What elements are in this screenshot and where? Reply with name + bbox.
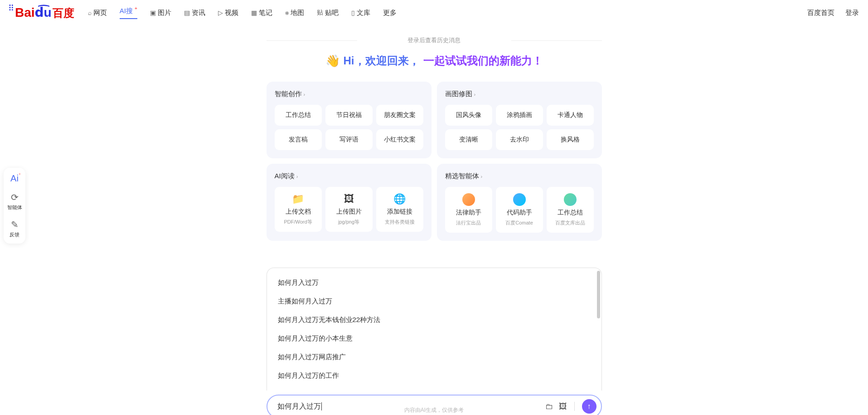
divider	[574, 402, 575, 411]
upload-doc[interactable]: 📁 上传文档 PDF/Word等	[275, 187, 322, 232]
chip-avatar[interactable]: 国风头像	[445, 105, 492, 126]
top-nav: ⌕网页 AI搜+ ▣图片 ▤资讯 ▷视频 ▦笔记 ⎈地图 贴贴吧 ▯文库 更多	[88, 7, 807, 19]
avatar-icon	[513, 193, 526, 206]
ai-icon: Ai	[10, 173, 19, 184]
avatar-icon	[462, 193, 475, 206]
nav-notes[interactable]: ▦笔记	[251, 9, 272, 17]
avatar-icon	[564, 193, 577, 206]
note-icon: ▦	[251, 9, 257, 16]
wave-icon: 👋	[325, 54, 340, 68]
suggestion-item[interactable]: 如何月入过万的工作	[267, 366, 601, 385]
suggestion-item[interactable]: 如何月入过万网店推广	[267, 348, 601, 366]
suggestions-dropdown: 如何月入过万 主播如何月入过万 如何月入过万无本钱创业22种方法 如何月入过万的…	[267, 268, 602, 391]
agents-title[interactable]: 精选智能体›	[445, 172, 594, 181]
header: ⠿ Baid͡u百度 ⌕网页 AI搜+ ▣图片 ▤资讯 ▷视频 ▦笔记 ⎈地图 …	[0, 0, 868, 25]
suggestion-item[interactable]: 主播如何月入过万	[267, 292, 601, 311]
chevron-right-icon: ›	[304, 92, 305, 97]
picture-icon: 🖼	[344, 193, 354, 205]
image-upload-icon[interactable]: 🖼	[559, 402, 567, 411]
greeting: 👋 Hi，欢迎回来， 一起试试我们的新能力！	[267, 54, 602, 68]
history-hint[interactable]: 登录后查看历史消息	[267, 36, 602, 44]
upload-image[interactable]: 🖼 上传图片 jpg/png等	[325, 187, 373, 232]
video-icon: ▷	[218, 9, 223, 16]
sidebar-feedback[interactable]: ✎反馈	[10, 219, 19, 238]
chip-doodle[interactable]: 涂鸦插画	[496, 105, 543, 126]
card-reading: AI阅读› 📁 上传文档 PDF/Word等 🖼 上传图片 jpg/png等 🌐…	[267, 164, 432, 241]
refresh-icon: ⟳	[11, 192, 19, 203]
tieba-icon: 贴	[317, 9, 323, 17]
chip-review[interactable]: 写评语	[325, 129, 373, 150]
image-icon: ▣	[150, 9, 156, 16]
chip-style[interactable]: 换风格	[547, 129, 594, 150]
suggestion-item[interactable]: 如何月入过万无本钱创业22种方法	[267, 311, 601, 329]
sidebar-agent[interactable]: ⟳智能体	[7, 192, 22, 211]
chip-xiaohongshu[interactable]: 小红书文案	[376, 129, 423, 150]
agent-code[interactable]: 代码助手 百度Comate	[496, 187, 543, 233]
globe-icon: 🌐	[393, 193, 406, 205]
nav-video[interactable]: ▷视频	[218, 9, 238, 17]
file-icon[interactable]: 🗀	[545, 402, 553, 411]
chevron-right-icon: ›	[481, 174, 483, 179]
nav-more[interactable]: 更多	[383, 9, 397, 17]
left-sidebar: Ai ⟳智能体 ✎反馈	[4, 168, 25, 244]
baidu-home-link[interactable]: 百度首页	[807, 9, 834, 17]
nav-wenku[interactable]: ▯文库	[351, 9, 370, 17]
suggestion-item[interactable]: 如何月入过万的小本生意	[267, 329, 601, 348]
search-icon: ⌕	[88, 9, 92, 16]
nav-images[interactable]: ▣图片	[150, 9, 171, 17]
suggestion-item[interactable]: 如何月入过万	[267, 273, 601, 292]
chip-work-summary[interactable]: 工作总结	[275, 105, 322, 126]
agent-legal[interactable]: 法律助手 法行宝出品	[445, 187, 492, 233]
creation-title[interactable]: 智能创作›	[275, 90, 423, 98]
chip-cartoon[interactable]: 卡通人物	[547, 105, 594, 126]
plus-icon: +	[135, 6, 137, 11]
sidebar-ai[interactable]: Ai	[10, 173, 19, 184]
chip-sharpen[interactable]: 变清晰	[445, 129, 492, 150]
chip-watermark[interactable]: 去水印	[496, 129, 543, 150]
card-agents: 精选智能体› 法律助手 法行宝出品 代码助手 百度Comate 工作总结 百度文…	[437, 164, 602, 241]
nav-web[interactable]: ⌕网页	[88, 9, 107, 17]
chevron-right-icon: ›	[296, 174, 298, 179]
header-right: 百度首页 登录	[807, 9, 859, 17]
nav-ai-search[interactable]: AI搜+	[120, 7, 137, 19]
feedback-icon: ✎	[11, 219, 19, 230]
chip-speech[interactable]: 发言稿	[275, 129, 322, 150]
send-button[interactable]: ↑	[582, 399, 596, 414]
add-link[interactable]: 🌐 添加链接 支持各类链接	[376, 187, 423, 232]
chevron-right-icon: ›	[474, 92, 476, 97]
map-icon: ⎈	[285, 9, 289, 16]
doc-icon: ▯	[351, 9, 355, 16]
paw-icon: ⠿	[8, 3, 14, 13]
reading-title[interactable]: AI阅读›	[275, 172, 423, 181]
baidu-logo[interactable]: ⠿ Baid͡u百度	[9, 5, 74, 20]
chip-holiday[interactable]: 节日祝福	[325, 105, 373, 126]
nav-news[interactable]: ▤资讯	[184, 9, 205, 17]
card-image-edit: 画图修图› 国风头像 涂鸦插画 卡通人物 变清晰 去水印 换风格	[437, 82, 602, 158]
scrollbar[interactable]	[597, 271, 600, 318]
agent-summary[interactable]: 工作总结 百度文库出品	[547, 187, 594, 233]
main-content: 登录后查看历史消息 👋 Hi，欢迎回来， 一起试试我们的新能力！ 智能创作› 工…	[267, 36, 602, 246]
nav-map[interactable]: ⎈地图	[285, 9, 304, 17]
image-edit-title[interactable]: 画图修图›	[445, 90, 594, 98]
footer-disclaimer: 内容由AI生成，仅供参考	[404, 406, 464, 414]
chip-moments[interactable]: 朋友圈文案	[376, 105, 423, 126]
card-creation: 智能创作› 工作总结 节日祝福 朋友圈文案 发言稿 写评语 小红书文案	[267, 82, 432, 158]
login-link[interactable]: 登录	[845, 9, 859, 17]
folder-icon: 📁	[292, 193, 304, 205]
news-icon: ▤	[184, 9, 190, 16]
nav-tieba[interactable]: 贴贴吧	[317, 9, 339, 17]
arrow-up-icon: ↑	[587, 402, 591, 410]
